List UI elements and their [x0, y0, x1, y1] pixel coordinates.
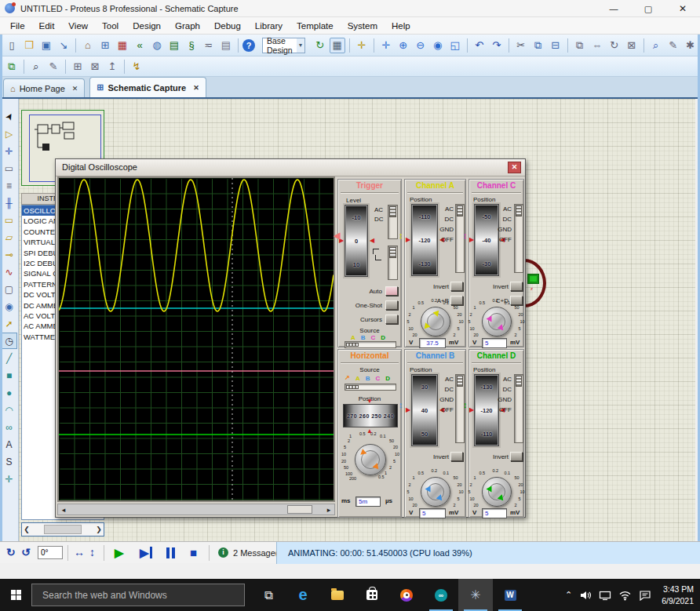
- maximize-button[interactable]: ▢: [631, 0, 665, 17]
- text-script-mode-icon[interactable]: ≡: [1, 177, 17, 194]
- cost-report-icon[interactable]: §: [184, 38, 199, 53]
- 2d-line-mode-icon[interactable]: ╱: [1, 350, 17, 366]
- oscilloscope-titlebar[interactable]: Digital Oscilloscope: [56, 159, 525, 176]
- action-center-icon[interactable]: [639, 590, 651, 601]
- menu-edit[interactable]: Edit: [32, 17, 62, 35]
- open-folder-icon[interactable]: ❒: [21, 38, 37, 53]
- minimize-button[interactable]: —: [596, 0, 631, 17]
- 2d-marker-mode-icon[interactable]: ✛: [1, 471, 17, 487]
- slider-thumb[interactable]: [346, 385, 359, 389]
- schematic-capture-icon[interactable]: ⊞: [97, 38, 113, 53]
- switch-thumb[interactable]: [516, 376, 522, 387]
- channel-b-gain-value[interactable]: 5: [419, 508, 446, 518]
- block-move-icon[interactable]: ⇔: [589, 38, 605, 53]
- channel-b-gain-knob[interactable]: 0.50.20.1502010521251020: [406, 474, 465, 510]
- channel-c-coupling-switch[interactable]: [514, 204, 523, 273]
- file-explorer-button[interactable]: [320, 579, 355, 611]
- switch-thumb[interactable]: [457, 205, 463, 216]
- channel-a-invert-button[interactable]: [450, 282, 463, 291]
- flip-vertical-icon[interactable]: ↕: [89, 547, 95, 558]
- menu-template[interactable]: Template: [290, 17, 341, 35]
- terminal-mode-icon[interactable]: ▱: [1, 229, 17, 245]
- horizontal-source-slider[interactable]: [345, 384, 396, 391]
- copy-icon[interactable]: ⧉: [530, 38, 546, 53]
- switch-thumb[interactable]: [389, 247, 396, 258]
- channel-c-invert-button[interactable]: [510, 282, 523, 291]
- scroll-left-icon[interactable]: ◂: [58, 506, 69, 514]
- redo-icon[interactable]: ↷: [489, 38, 505, 53]
- rotation-input[interactable]: [38, 546, 63, 559]
- play-button[interactable]: ▶: [115, 547, 124, 558]
- wifi-icon[interactable]: [618, 590, 632, 601]
- block-delete-icon[interactable]: ⊠: [624, 38, 640, 53]
- 2d-text-mode-icon[interactable]: A: [1, 436, 17, 453]
- taskbar-clock[interactable]: 3:43 PM 6/9/2021: [662, 584, 694, 606]
- property-tool-icon[interactable]: ✱: [683, 38, 698, 53]
- gerber-viewer-icon[interactable]: «: [132, 38, 148, 53]
- scroll-left-icon[interactable]: ❮: [22, 526, 31, 533]
- scroll-right-icon[interactable]: ❯: [94, 526, 104, 533]
- junction-dot-mode-icon[interactable]: ✛: [1, 143, 17, 159]
- store-button[interactable]: [355, 579, 389, 611]
- task-view-button[interactable]: ⧉: [251, 579, 286, 611]
- goto-sheet-icon[interactable]: ↥: [104, 59, 120, 75]
- trigger-edge-switch[interactable]: [388, 245, 398, 280]
- trigger-coupling-switch[interactable]: [388, 205, 398, 239]
- channel-d-gain-knob[interactable]: 0.50.20.1502010521251020: [467, 474, 527, 510]
- graph-mode-icon[interactable]: ∿: [1, 264, 17, 280]
- design-explorer-icon[interactable]: ◍: [149, 38, 165, 53]
- netlist-transfer-icon[interactable]: ⧉: [4, 59, 20, 75]
- menu-graph[interactable]: Graph: [168, 17, 207, 35]
- remove-sheet-icon[interactable]: ⊠: [87, 59, 103, 75]
- step-button[interactable]: ▶: [140, 547, 152, 558]
- block-rotate-icon[interactable]: ↻: [607, 38, 622, 53]
- new-file-icon[interactable]: ▯: [4, 38, 20, 53]
- timebase-knob[interactable]: 10.50.20.15020105210.525102050100200: [339, 438, 402, 486]
- device-pin-mode-icon[interactable]: ⊸: [1, 246, 17, 263]
- switch-thumb[interactable]: [389, 206, 396, 217]
- trigger-source-slider[interactable]: [345, 341, 396, 348]
- switch-thumb[interactable]: [457, 376, 463, 387]
- cut-icon[interactable]: ✂: [513, 38, 529, 53]
- tray-chevron-icon[interactable]: ⌃: [565, 590, 572, 600]
- taskbar-search-input[interactable]: [31, 584, 245, 606]
- buses-mode-icon[interactable]: ╫: [1, 195, 17, 211]
- voltage-probe-mode-icon[interactable]: ➚: [1, 315, 17, 332]
- one-shot-button[interactable]: [385, 300, 398, 310]
- import-icon[interactable]: ↘: [56, 38, 71, 53]
- refresh-icon[interactable]: ↻: [312, 38, 328, 53]
- arduino-button[interactable]: ∞: [424, 579, 458, 611]
- selection-cursor-icon[interactable]: ➤: [0, 105, 20, 128]
- component-mode-icon[interactable]: ▷: [1, 125, 17, 142]
- channel-b-invert-button[interactable]: [450, 452, 463, 461]
- generator-mode-icon[interactable]: ◉: [1, 298, 17, 315]
- toggle-grid-icon[interactable]: ▦: [330, 38, 345, 53]
- electrical-rule-check-icon[interactable]: ↯: [129, 59, 144, 75]
- rotate-ccw-icon[interactable]: ↺: [21, 547, 31, 558]
- volume-icon[interactable]: [579, 589, 592, 602]
- info-icon[interactable]: i: [218, 547, 228, 558]
- wire-label-mode-icon[interactable]: ▭: [1, 160, 17, 176]
- 2d-symbol-mode-icon[interactable]: S: [1, 453, 17, 470]
- text-editor-icon[interactable]: ▤: [218, 38, 234, 53]
- word-button[interactable]: W: [493, 579, 527, 611]
- new-sheet-icon[interactable]: ⊞: [70, 59, 86, 75]
- proteus-taskbar-button[interactable]: ✳: [458, 579, 493, 611]
- trigger-level-marker[interactable]: ◀: [334, 231, 340, 240]
- property-assignment-icon[interactable]: ✎: [46, 59, 61, 75]
- slider-thumb[interactable]: [346, 343, 359, 347]
- oscilloscope-window[interactable]: Digital Oscilloscope ✕ ◂ ▸ ◀ ↕ ↕ ↕ ↕ Tri…: [55, 158, 526, 518]
- tab-home-page[interactable]: ⌂ Home Page ✕: [3, 78, 85, 97]
- virtual-instruments-mode-icon[interactable]: ◷: [1, 333, 17, 349]
- close-oscilloscope-icon[interactable]: ✕: [508, 162, 521, 173]
- 2d-box-mode-icon[interactable]: ■: [1, 367, 17, 384]
- origin-icon[interactable]: ✛: [354, 38, 370, 53]
- scrollbar-thumb[interactable]: [44, 525, 82, 534]
- stop-button[interactable]: ■: [190, 547, 197, 558]
- brave-browser-button[interactable]: [389, 579, 424, 611]
- channel-b-position-marker[interactable]: ↕: [399, 401, 403, 409]
- trigger-level-wheel[interactable]: -10 0 10: [345, 205, 368, 277]
- paste-icon[interactable]: ⊟: [548, 38, 563, 53]
- tape-recorder-mode-icon[interactable]: ▢: [1, 281, 17, 297]
- knob-dial[interactable]: [355, 444, 386, 475]
